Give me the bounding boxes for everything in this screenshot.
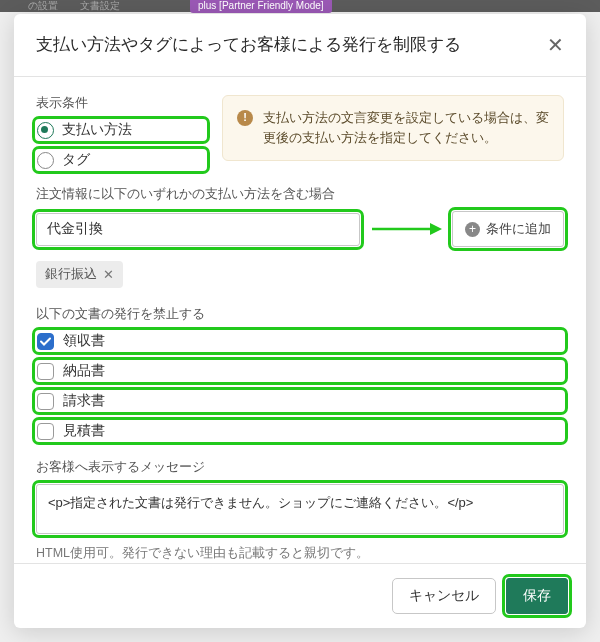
- modal-title: 支払い方法やタグによってお客様による発行を制限する: [36, 34, 461, 56]
- restrict-label: 以下の文書の発行を禁止する: [36, 306, 564, 323]
- checkbox-label: 領収書: [63, 332, 105, 350]
- checkbox-icon: [37, 333, 54, 350]
- radio-label: タグ: [62, 151, 90, 169]
- modal-header: 支払い方法やタグによってお客様による発行を制限する ✕: [14, 14, 586, 77]
- payment-method-input[interactable]: [36, 213, 360, 246]
- alert-text: 支払い方法の文言変更を設定している場合は、変更後の支払い方法を指定してください。: [263, 108, 549, 148]
- checkbox-icon: [37, 423, 54, 440]
- close-icon[interactable]: ✕: [547, 35, 564, 55]
- add-button-label: 条件に追加: [486, 220, 551, 238]
- restriction-modal: 支払い方法やタグによってお客様による発行を制限する ✕ 表示条件 支払い方法: [14, 14, 586, 628]
- checkbox-invoice[interactable]: 請求書: [37, 392, 563, 410]
- condition-tag-chip: 銀行振込 ✕: [36, 261, 123, 288]
- radio-icon: [37, 122, 54, 139]
- checkbox-label: 請求書: [63, 392, 105, 410]
- payment-contains-label: 注文情報に以下のいずれかの支払い方法を含む場合: [36, 186, 564, 203]
- modal-footer: キャンセル 保存: [14, 563, 586, 628]
- checkbox-receipt[interactable]: 領収書: [37, 332, 563, 350]
- checkbox-label: 見積書: [63, 422, 105, 440]
- add-condition-button[interactable]: + 条件に追加: [452, 211, 564, 247]
- radio-icon: [37, 152, 54, 169]
- radio-label: 支払い方法: [62, 121, 132, 139]
- tag-remove-icon[interactable]: ✕: [103, 267, 114, 282]
- checkbox-icon: [37, 393, 54, 410]
- radio-payment-method[interactable]: 支払い方法: [37, 121, 205, 139]
- conditions-label: 表示条件: [36, 95, 206, 112]
- message-hint: HTML使用可。発行できない理由も記載すると親切です。: [36, 545, 564, 562]
- radio-tag[interactable]: タグ: [37, 151, 205, 169]
- document-checklist: 領収書 納品書 請求書: [36, 331, 564, 441]
- save-button[interactable]: 保存: [506, 578, 568, 614]
- tag-label: 銀行振込: [45, 266, 97, 283]
- plus-circle-icon: +: [465, 222, 480, 237]
- modal-body: 表示条件 支払い方法 タグ: [14, 77, 586, 563]
- customer-message-label: お客様へ表示するメッセージ: [36, 459, 564, 476]
- cancel-button[interactable]: キャンセル: [392, 578, 496, 614]
- customer-message-textarea[interactable]: [36, 484, 564, 534]
- svg-marker-1: [430, 223, 442, 235]
- checkbox-icon: [37, 363, 54, 380]
- checkbox-delivery-slip[interactable]: 納品書: [37, 362, 563, 380]
- warning-icon: !: [237, 110, 253, 126]
- warning-alert: ! 支払い方法の文言変更を設定している場合は、変更後の支払い方法を指定してくださ…: [222, 95, 564, 161]
- bg-mode-pill: plus [Partner Friendly Mode]: [190, 0, 332, 13]
- checkbox-quotation[interactable]: 見積書: [37, 422, 563, 440]
- arrow-right-icon: [370, 222, 442, 236]
- checkbox-label: 納品書: [63, 362, 105, 380]
- conditions-radio-group: 支払い方法 タグ: [36, 120, 206, 170]
